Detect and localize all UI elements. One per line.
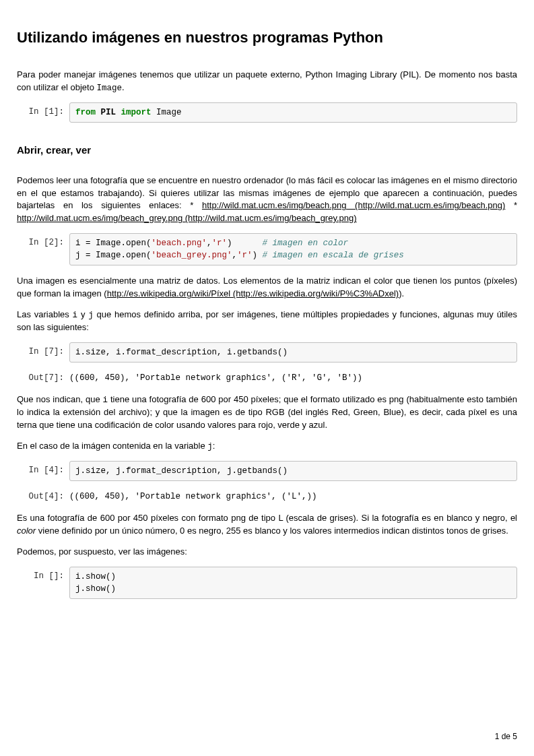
text: ) (227, 239, 263, 248)
text: , (207, 239, 212, 248)
text: j = Image.open( (75, 251, 152, 260)
paragraph: Es una fotografía de 600 por 450 píxeles… (17, 512, 517, 538)
page-number: 1 de 5 (495, 731, 517, 743)
text: En el caso de la imágen contenida en la … (17, 441, 207, 451)
text: Que nos indican, que (17, 394, 103, 404)
code-cell-2: In [2]: i = Image.open('beach.png','r') … (17, 233, 517, 265)
code-cell-1: In [1]: from PIL import Image (17, 102, 517, 123)
code-cell-4: In [4]: j.size, j.format_description, j.… (17, 461, 517, 481)
input-prompt: In []: (17, 567, 69, 582)
text: ). (399, 288, 404, 298)
string: 'r' (212, 239, 228, 248)
text: Las variables (17, 309, 73, 319)
page-title: Utilizando imágenes en nuestros programa… (17, 27, 517, 49)
input-prompt: In [4]: (17, 461, 69, 476)
text: i = Image.open( (75, 239, 152, 248)
input-prompt: In [7]: (17, 342, 69, 358)
intro-paragraph: Para poder manejar imágenes tenemos que … (17, 69, 517, 94)
inline-code: i (73, 311, 78, 320)
text: Para poder manejar imágenes tenemos que … (17, 69, 517, 92)
code-cell-7: In [7]: i.size, i.format_description, i.… (17, 342, 517, 363)
paragraph: Podemos, por suspuesto, ver las imágenes… (17, 546, 517, 559)
section-heading: Abrir, crear, ver (17, 143, 517, 158)
keyword: from (75, 108, 96, 117)
inline-code: j (207, 442, 213, 451)
paragraph: En el caso de la imágen contenida en la … (17, 440, 517, 453)
inline-code: i (103, 396, 108, 405)
code-output: ((600, 450), 'Portable network graphics'… (69, 372, 517, 384)
output-prompt: Out[7]: (17, 372, 69, 384)
text: PIL (96, 108, 121, 117)
text: y (77, 309, 88, 319)
code-output: ((600, 450), 'Portable network graphics'… (69, 491, 517, 503)
output-cell-4: Out[4]: ((600, 450), 'Portable network g… (17, 491, 517, 503)
link-beach-grey-png[interactable]: http://wild.mat.ucm.es/img/beach_grey.pn… (17, 213, 357, 223)
text: ) (253, 251, 263, 260)
comment: # imagen en escala de grises (263, 251, 404, 260)
link-beach-png[interactable]: http://wild.mat.ucm.es/img/beach.png (ht… (202, 200, 505, 210)
input-prompt: In [1]: (17, 102, 69, 118)
paragraph: Que nos indican, que i tiene una fotogra… (17, 393, 517, 432)
comment: # imagen en color (263, 239, 349, 248)
text: . (122, 82, 125, 92)
string: 'r' (237, 251, 253, 260)
output-prompt: Out[4]: (17, 491, 69, 503)
text: viene definido por un único número, 0 es… (36, 526, 508, 536)
text: * (505, 200, 517, 210)
code-input: i.show() j.show() (69, 567, 517, 599)
emphasis: color (17, 526, 36, 536)
paragraph: Las variables i y j que hemos definido a… (17, 309, 517, 334)
output-cell-7: Out[7]: ((600, 450), 'Portable network g… (17, 372, 517, 384)
text: Es una fotografía de 600 por 450 píxeles… (17, 513, 517, 523)
code-input: i.size, i.format_description, i.getbands… (69, 342, 517, 363)
code-input: i = Image.open('beach.png','r') # imagen… (69, 233, 517, 265)
paragraph: Podemos leer una fotografía que se encue… (17, 175, 517, 225)
text: , (232, 251, 238, 260)
inline-code: Image (97, 84, 123, 93)
text: : (213, 441, 215, 451)
text: Image (152, 108, 182, 117)
keyword: import (121, 108, 152, 117)
link-wikipedia-pixel[interactable]: http://es.wikipedia.org/wiki/Píxel (http… (107, 288, 399, 298)
input-prompt: In [2]: (17, 233, 69, 249)
inline-code: j (88, 311, 94, 320)
code-input: from PIL import Image (69, 102, 517, 123)
string: 'beach_grey.png' (152, 251, 232, 260)
paragraph: Una imagen es esencialmente una matriz d… (17, 275, 517, 301)
code-input: j.size, j.format_description, j.getbands… (69, 461, 517, 481)
string: 'beach.png' (152, 239, 207, 248)
code-cell-blank: In []: i.show() j.show() (17, 567, 517, 599)
